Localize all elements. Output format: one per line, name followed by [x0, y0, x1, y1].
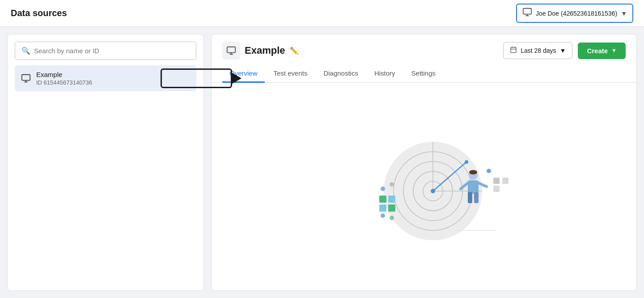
svg-rect-32	[493, 178, 500, 184]
date-range-chevron-icon: ▼	[560, 47, 566, 54]
app-header: Data sources Joe Doe (426523618161536) ▼	[0, 0, 644, 27]
tab-diagnostics[interactable]: Diagnostics	[316, 65, 365, 83]
create-button-chevron-icon: ▼	[611, 47, 617, 54]
search-icon: 🔍	[21, 47, 30, 55]
svg-rect-0	[523, 9, 531, 14]
calendar-icon	[510, 46, 517, 55]
page-title: Data sources	[11, 8, 67, 18]
right-panel-actions: Last 28 days ▼ Create ▼	[503, 42, 626, 59]
right-panel: Example ✏️ Last 28 days ▼	[211, 34, 637, 291]
main-container: 🔍 Example ID 615445673140736	[0, 27, 644, 298]
create-button-label: Create	[587, 47, 608, 55]
title-area: Example ✏️	[222, 42, 299, 60]
account-name: Joe Doe (426523618161536)	[536, 10, 617, 17]
account-selector[interactable]: Joe Doe (426523618161536) ▼	[516, 4, 633, 23]
date-range-label: Last 28 days	[521, 47, 556, 54]
account-monitor-icon	[522, 7, 532, 19]
svg-point-30	[390, 216, 394, 220]
edit-icon[interactable]: ✏️	[290, 47, 299, 55]
list-item-name: Example	[36, 71, 92, 78]
svg-rect-33	[502, 178, 508, 184]
list-item-monitor-icon	[21, 73, 31, 83]
data-source-name: Example	[245, 45, 285, 56]
tabs-bar: Overview Test events Diagnostics History…	[212, 65, 636, 83]
svg-point-29	[381, 213, 385, 218]
svg-point-28	[390, 182, 394, 187]
content-area	[212, 83, 636, 290]
date-range-button[interactable]: Last 28 days ▼	[503, 42, 572, 59]
svg-point-21	[431, 189, 435, 193]
search-input[interactable]	[34, 47, 190, 55]
svg-point-31	[487, 169, 491, 173]
svg-rect-9	[511, 47, 516, 53]
svg-rect-24	[388, 196, 395, 203]
tab-test-events[interactable]: Test events	[267, 65, 315, 83]
data-source-icon	[222, 42, 240, 60]
svg-rect-23	[379, 196, 386, 203]
svg-rect-36	[468, 180, 479, 194]
tab-settings[interactable]: Settings	[404, 65, 443, 83]
svg-rect-34	[493, 186, 500, 192]
svg-rect-26	[388, 204, 395, 212]
tab-history[interactable]: History	[367, 65, 402, 83]
svg-rect-6	[227, 47, 235, 53]
svg-rect-39	[468, 192, 472, 203]
chevron-down-icon: ▼	[621, 10, 627, 17]
search-box[interactable]: 🔍	[15, 42, 196, 60]
left-panel: 🔍 Example ID 615445673140736	[7, 34, 204, 291]
svg-point-27	[381, 187, 385, 191]
annotation-arrow	[161, 68, 232, 88]
svg-rect-25	[379, 204, 386, 212]
svg-rect-3	[22, 75, 30, 81]
svg-point-22	[465, 160, 468, 164]
arrow-box	[161, 68, 232, 88]
list-item[interactable]: Example ID 615445673140736	[15, 65, 196, 91]
empty-state-illustration	[335, 119, 513, 254]
list-item-id: ID 615445673140736	[36, 79, 92, 86]
svg-rect-40	[474, 192, 479, 203]
svg-point-41	[469, 170, 477, 175]
list-item-info: Example ID 615445673140736	[36, 71, 92, 86]
create-button[interactable]: Create ▼	[578, 43, 626, 59]
right-panel-header: Example ✏️ Last 28 days ▼	[212, 34, 636, 60]
